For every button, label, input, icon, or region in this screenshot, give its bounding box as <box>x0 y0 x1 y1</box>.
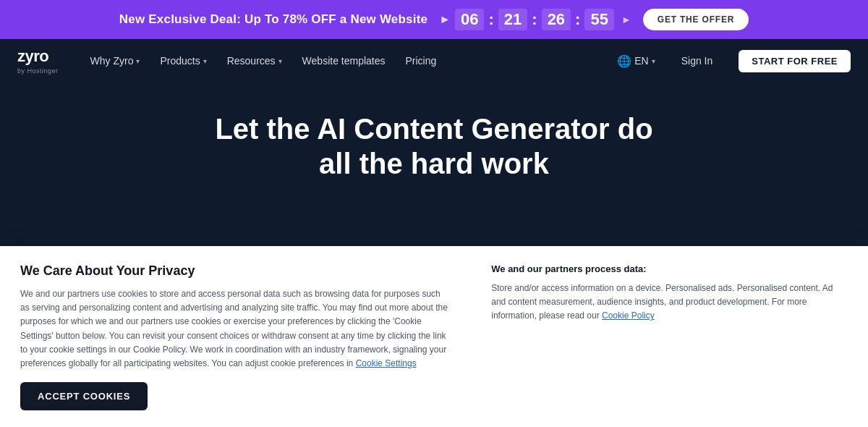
timer-colon-2: : <box>532 10 537 29</box>
chevron-down-icon-lang: ▾ <box>652 57 655 65</box>
logo-container: zyro by Hostinger <box>17 47 59 75</box>
hero-title-line2: all the hard work <box>319 148 549 179</box>
top-banner: New Exclusive Deal: Up To 78% OFF a New … <box>0 0 868 39</box>
privacy-right-body: Store and/or access information on a dev… <box>491 282 848 324</box>
privacy-body-text: We and our partners use cookies to store… <box>20 287 448 371</box>
timer-colon-3: : <box>575 10 580 29</box>
timer-ms-block: 55 <box>584 9 613 30</box>
timer-minutes-block: 21 <box>498 9 527 30</box>
start-free-button[interactable]: START FOR FREE <box>739 50 851 72</box>
lang-label: EN <box>634 55 648 67</box>
nav-item-products[interactable]: Products ▾ <box>160 55 206 67</box>
timer-hours-block: 06 <box>455 9 484 30</box>
hero-title-line1: Let the AI Content Generator do <box>215 113 652 145</box>
sign-in-button[interactable]: Sign In <box>676 55 719 67</box>
countdown-timer: ► 06 : 21 : 26 : 55 ► <box>439 9 631 30</box>
timer-hours: 06 <box>455 9 484 30</box>
timer-arrow-left: ► <box>439 13 451 26</box>
nav-label-pricing: Pricing <box>406 55 437 67</box>
nav-item-pricing[interactable]: Pricing <box>406 55 437 67</box>
hero-section: Let the AI Content Generator do all the … <box>0 83 868 246</box>
chevron-down-icon-resources: ▾ <box>278 57 282 65</box>
get-offer-button[interactable]: GET THE OFFER <box>643 9 749 30</box>
privacy-left-panel: We Care About Your Privacy We and our pa… <box>20 263 448 413</box>
timer-seconds: 26 <box>542 9 571 30</box>
timer-ms: 55 <box>584 9 613 30</box>
nav-item-resources[interactable]: Resources ▾ <box>227 55 282 67</box>
privacy-overlay: We Care About Your Privacy We and our pa… <box>0 246 868 427</box>
hero-title: Let the AI Content Generator do all the … <box>215 111 652 181</box>
cookie-settings-link[interactable]: Cookie Settings <box>356 358 417 368</box>
nav-label-products: Products <box>160 55 200 67</box>
chevron-down-icon-products: ▾ <box>203 57 207 65</box>
logo-text: zyro <box>17 47 59 66</box>
chevron-down-icon-why-zyro: ▾ <box>136 57 140 65</box>
privacy-title: We Care About Your Privacy <box>20 263 448 279</box>
privacy-scroll-area[interactable]: We and our partners use cookies to store… <box>20 287 448 371</box>
nav-item-why-zyro[interactable]: Why Zyro ▾ <box>90 55 140 67</box>
logo-area[interactable]: zyro by Hostinger <box>17 47 59 75</box>
accept-cookies-button[interactable]: ACCEPT COOKIES <box>20 382 148 410</box>
logo-sub: by Hostinger <box>17 67 59 75</box>
privacy-right-panel: We and our partners process data: Store … <box>491 263 848 413</box>
timer-seconds-block: 26 <box>542 9 571 30</box>
timer-arrow-right: ► <box>621 14 631 25</box>
cookie-policy-link[interactable]: Cookie Policy <box>602 310 655 321</box>
timer-colon-1: : <box>488 10 493 29</box>
globe-icon: 🌐 <box>617 54 631 68</box>
nav-label-website-templates: Website templates <box>302 55 386 67</box>
banner-text: New Exclusive Deal: Up To 78% OFF a New … <box>119 12 427 27</box>
navbar: zyro by Hostinger Why Zyro ▾ Products ▾ … <box>0 39 868 83</box>
nav-item-website-templates[interactable]: Website templates <box>302 55 386 67</box>
timer-minutes: 21 <box>498 9 527 30</box>
nav-label-why-zyro: Why Zyro <box>90 55 134 67</box>
language-selector[interactable]: 🌐 EN ▾ <box>617 54 655 68</box>
nav-label-resources: Resources <box>227 55 276 67</box>
privacy-right-title: We and our partners process data: <box>491 263 848 274</box>
